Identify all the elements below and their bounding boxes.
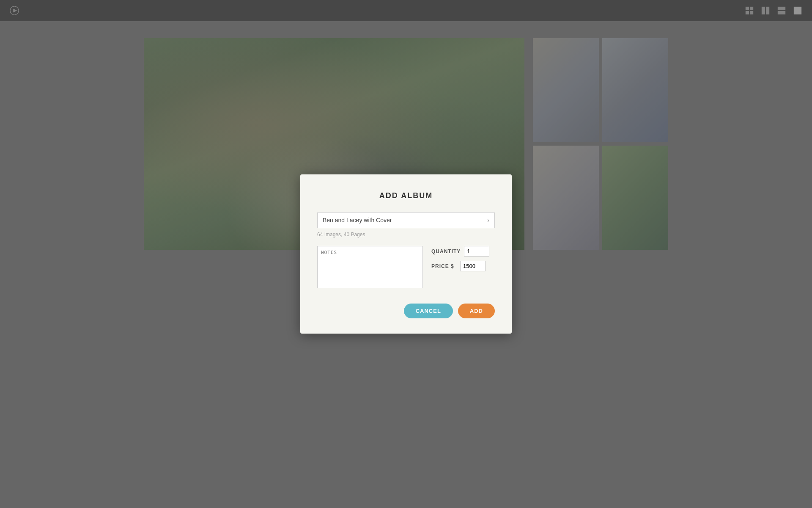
add-album-modal: ADD ALBUM Ben and Lacey with Cover › 64 … [300,174,512,334]
quantity-input[interactable] [464,246,489,257]
notes-textarea[interactable] [317,246,423,288]
add-button[interactable]: ADD [458,304,495,318]
notes-area [317,246,423,290]
quantity-label: QUANTITY [431,248,461,254]
quantity-row: QUANTITY [431,246,495,257]
price-row: PRICE $ [431,261,495,271]
album-chevron-icon[interactable]: › [482,213,494,228]
modal-buttons: CANCEL ADD [317,304,495,318]
price-input[interactable] [460,261,486,271]
cancel-button[interactable]: CANCEL [404,304,453,318]
form-fields: QUANTITY PRICE $ [317,246,495,290]
album-info: 64 Images, 40 Pages [317,232,495,237]
quantity-price-fields: QUANTITY PRICE $ [431,246,495,271]
album-selector[interactable]: Ben and Lacey with Cover › [317,212,495,228]
album-name-input[interactable]: Ben and Lacey with Cover [318,213,482,228]
modal-title: ADD ALBUM [317,191,495,200]
price-label: PRICE $ [431,263,457,269]
